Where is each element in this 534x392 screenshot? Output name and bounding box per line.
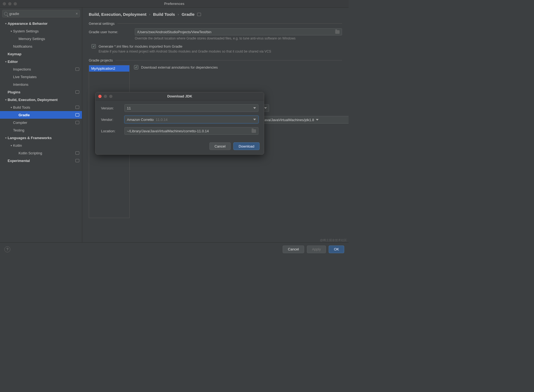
- annotations-label: Download external annotations for depend…: [141, 65, 218, 69]
- tree-item-label: Inspections: [13, 67, 74, 71]
- tree-item[interactable]: ▾Build Tools: [0, 103, 82, 111]
- modal-title: Download JDK: [167, 94, 192, 98]
- scope-badge-icon: [197, 13, 201, 16]
- zoom-icon[interactable]: [14, 2, 17, 5]
- tree-item[interactable]: ▾Languages & Frameworks: [0, 134, 82, 142]
- search-wrap: ×: [0, 8, 82, 20]
- vendor-wrap: Amazon Corretto 11.0.14: [127, 118, 167, 122]
- tree-item-label: Intentions: [13, 82, 79, 87]
- location-input[interactable]: ~/Library/Java/JavaVirtualMachines/corre…: [124, 127, 258, 135]
- tree-item-label: Gradle: [19, 113, 74, 117]
- vendor-select[interactable]: Amazon Corretto 11.0.14: [124, 116, 258, 123]
- tree-item-label: Kotlin Scripting: [19, 151, 74, 155]
- user-home-input[interactable]: /Users/zwx/AndroidStudioProjects/ViewTes…: [135, 28, 342, 35]
- chevron-down-icon: ▾: [9, 30, 13, 33]
- tree-item[interactable]: Inspections: [0, 65, 82, 73]
- search-input[interactable]: [9, 12, 74, 16]
- tree-item-label: Languages & Frameworks: [8, 136, 79, 140]
- tree-item-label: Testing: [13, 128, 79, 132]
- chevron-down-icon: ▾: [4, 136, 8, 139]
- tree-item[interactable]: Compiler: [0, 119, 82, 126]
- tree-item-label: Build Tools: [13, 105, 74, 109]
- modal-titlebar: Download JDK: [96, 92, 264, 100]
- section-general: General settings: [89, 22, 342, 26]
- chevron-down-icon: [316, 119, 319, 121]
- section-general-label: General settings: [89, 22, 115, 26]
- iml-checkbox[interactable]: ✓: [91, 44, 96, 48]
- modal-cancel-button[interactable]: Cancel: [209, 142, 231, 150]
- scope-badge-icon: [75, 68, 79, 71]
- scope-badge-icon: [75, 151, 79, 155]
- section-projects: Gradle projects: [89, 58, 342, 62]
- folder-icon[interactable]: [252, 129, 256, 133]
- iml-label: Generate *.iml files for modules importe…: [99, 44, 182, 48]
- tree-item-label: Compiler: [13, 121, 74, 125]
- tree-item[interactable]: ▾System Settings: [0, 27, 82, 35]
- tree-item[interactable]: Testing: [0, 126, 82, 134]
- minimize-icon[interactable]: [8, 2, 11, 5]
- tree-item[interactable]: ▾Editor: [0, 58, 82, 65]
- tree-item[interactable]: Notifications: [0, 42, 82, 50]
- tree-item[interactable]: Live Templates: [0, 73, 82, 81]
- breadcrumb: Build, Execution, Deployment › Build Too…: [89, 12, 342, 17]
- divider: [115, 60, 342, 60]
- minimize-icon[interactable]: [104, 95, 107, 98]
- vendor-value: Amazon Corretto: [127, 118, 154, 122]
- tree-item[interactable]: Kotlin Scripting: [0, 149, 82, 157]
- tree-item-label: Appearance & Behavior: [8, 22, 79, 26]
- annotations-checkbox[interactable]: ✓: [134, 65, 138, 69]
- scope-badge-icon: [75, 121, 79, 124]
- chevron-down-icon: ▾: [4, 98, 8, 101]
- scope-badge-icon: [75, 113, 79, 117]
- tree-item-label: Kotlin: [13, 143, 79, 148]
- tree-item[interactable]: Memory Settings: [0, 35, 82, 42]
- window-title: Preferences: [164, 2, 184, 6]
- breadcrumb-sep: ›: [149, 12, 150, 16]
- tree-item-label: Keymap: [8, 52, 79, 56]
- folder-icon[interactable]: [335, 30, 340, 34]
- breadcrumb-c[interactable]: Gradle: [182, 12, 195, 17]
- tree-item[interactable]: Gradle: [0, 111, 82, 119]
- row-location: Location: ~/Library/Java/JavaVirtualMach…: [101, 127, 258, 135]
- footer: ? Cancel Apply OK: [0, 242, 349, 256]
- section-projects-label: Gradle projects: [89, 58, 113, 62]
- ok-button[interactable]: OK: [329, 246, 344, 253]
- scope-badge-icon: [75, 90, 79, 94]
- tree-item[interactable]: Plugins: [0, 88, 82, 96]
- jdk-path-select[interactable]: ava/JavaVirtualMachines/jdk1.8: [262, 116, 349, 124]
- user-home-hint: Override the default location where Grad…: [135, 36, 342, 40]
- cancel-button[interactable]: Cancel: [283, 246, 304, 253]
- row-user-home: Gradle user home: /Users/zwx/AndroidStud…: [89, 28, 342, 35]
- breadcrumb-a[interactable]: Build, Execution, Deployment: [89, 12, 147, 17]
- tree-item[interactable]: Keymap: [0, 50, 82, 58]
- tree-item-label: Experimental: [8, 159, 74, 163]
- sidebar: × ▾Appearance & Behavior▾System Settings…: [0, 8, 82, 242]
- chevron-down-icon: ▾: [9, 144, 13, 147]
- zoom-icon[interactable]: [109, 95, 112, 98]
- chevron-down-icon: [264, 107, 267, 109]
- download-jdk-dialog: Download JDK Version: 11 Vendor: Amazon …: [95, 92, 264, 155]
- close-icon[interactable]: [98, 95, 102, 98]
- tree-item-label: System Settings: [13, 29, 79, 33]
- clear-search-icon[interactable]: ×: [76, 11, 78, 16]
- version-label: Version:: [101, 106, 121, 110]
- location-value: ~/Library/Java/JavaVirtualMachines/corre…: [127, 129, 209, 133]
- breadcrumb-b[interactable]: Build Tools: [153, 12, 175, 17]
- modal-download-button[interactable]: Download: [233, 142, 260, 150]
- tree-item[interactable]: Experimental: [0, 157, 82, 164]
- tree-item[interactable]: Intentions: [0, 81, 82, 88]
- project-item-selected[interactable]: MyApplication2: [89, 65, 129, 72]
- tree-item-label: Live Templates: [13, 75, 79, 79]
- tree-item[interactable]: ▾Kotlin: [0, 142, 82, 149]
- tree-item[interactable]: ▾Appearance & Behavior: [0, 20, 82, 27]
- chevron-down-icon: [253, 107, 256, 109]
- tree-item[interactable]: ▾Build, Execution, Deployment: [0, 96, 82, 103]
- search-icon: [4, 12, 8, 16]
- tree-item-label: Build, Execution, Deployment: [8, 98, 79, 102]
- apply-button[interactable]: Apply: [307, 246, 326, 253]
- search-box[interactable]: ×: [2, 10, 80, 17]
- row-vendor: Vendor: Amazon Corretto 11.0.14: [101, 116, 258, 123]
- help-button[interactable]: ?: [4, 246, 10, 252]
- version-select[interactable]: 11: [124, 104, 258, 112]
- close-icon[interactable]: [3, 2, 6, 5]
